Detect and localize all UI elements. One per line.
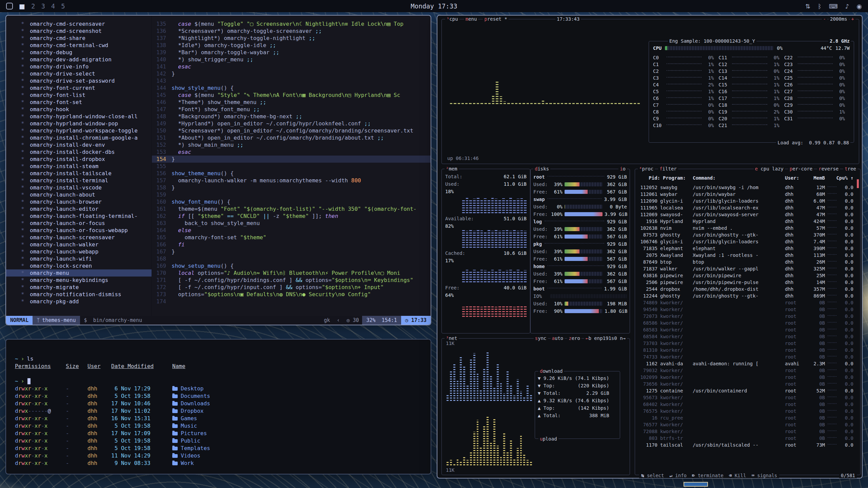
net-tab[interactable]: ³net: [445, 336, 459, 341]
process-row[interactable]: 87573 ghostty /usr/bin/ghostty --gtk- dh…: [638, 231, 853, 238]
proc-action[interactable]: ⌦ terminate: [692, 473, 724, 478]
process-row[interactable]: 2506 pipewire /usr/bin/pipewire-pulse dh…: [638, 279, 853, 286]
code-line[interactable]: 171 [ -f ~/.config/hypr/bindings.conf ] …: [152, 277, 431, 284]
code-line[interactable]: 144 show_style_menu() {: [152, 84, 431, 92]
process-row[interactable]: 112061 waybar /usr/bin/waybar dhh 68M 0.…: [638, 191, 853, 198]
file-item[interactable]: * omarchy-install-terminal: [6, 177, 152, 184]
file-item[interactable]: * omarchy-drive-info: [6, 63, 152, 70]
proc-action[interactable]: ↹ select: [641, 473, 664, 478]
process-row[interactable]: 63816 pipewire /usr/bin/pipewire dhh 25M…: [638, 272, 853, 279]
file-item[interactable]: * omarchy-launch-floating-terminal-: [6, 212, 152, 220]
file-item[interactable]: * omarchy-lock-screen: [6, 262, 152, 269]
code-line[interactable]: 157 omarchy-launch-walker -m menus:omarc…: [152, 177, 431, 184]
process-row[interactable]: 73656 kworker/ root 0B 0.0: [638, 381, 853, 387]
code-line[interactable]: 138 *Idle*) omarchy-toggle-idle ;;: [152, 42, 431, 49]
omarchy-logo-icon[interactable]: [6, 3, 13, 9]
proc-action[interactable]: ↵ info: [669, 473, 687, 478]
workspace-item[interactable]: 4: [51, 2, 55, 10]
file-item[interactable]: * omarchy-cmd-screensaver: [6, 20, 152, 27]
process-row[interactable]: 71837 walker /usr/bin/walker --gappl dhh…: [638, 265, 853, 272]
process-row[interactable]: 1162 avahi-da avahi-daemon: running [ av…: [638, 360, 853, 367]
code-line[interactable]: 146 *Theme*) show_theme_menu ;;: [152, 99, 431, 106]
workspace-item[interactable]: 5: [61, 2, 65, 10]
file-item[interactable]: * omarchy-launch-or-focus: [6, 220, 152, 227]
proc-header[interactable]: Pid: Program: Command: User: MemB Cpu% ↑: [638, 175, 853, 181]
code-line[interactable]: 149 *Hyprland*) open_in_editor ~/.config…: [152, 120, 431, 127]
file-item[interactable]: * omarchy-hyprland-workspace-toggle: [6, 127, 152, 134]
process-row[interactable]: 2544 dropbox /home/dhh/.dropbox-dist dhh…: [638, 286, 853, 292]
process-row[interactable]: 102638 nvim nvim --embed . dhh 57M 0.0: [638, 225, 853, 231]
file-item[interactable]: * omarchy-launch-editor: [6, 205, 152, 212]
process-row[interactable]: 1170 tailscal /usr/sbin/tailscaled -- ro…: [638, 442, 853, 448]
keyboard-icon[interactable]: ⌨: [829, 3, 838, 10]
proc-option-tab[interactable]: reverse: [817, 166, 840, 171]
proc-action[interactable]: ⌨ signals: [751, 473, 777, 478]
cpu-box-tab[interactable]: preset *: [483, 16, 508, 22]
proc-tab[interactable]: ⁴proc: [638, 166, 655, 171]
code-line[interactable]: 140 *) show_trigger_menu ;;: [152, 56, 431, 63]
file-item[interactable]: * omarchy-launch-about: [6, 191, 152, 198]
file-item[interactable]: * omarchy-launch-or-focus-webapp: [6, 227, 152, 234]
process-row[interactable]: 16 rcu_pree root 0B 0.0: [638, 414, 853, 421]
proc-option-tab[interactable]: per-core: [788, 166, 814, 171]
power-menu-icon[interactable]: ◉: [856, 3, 862, 10]
net-option-tab[interactable]: ←b enp191s0 n→: [584, 336, 627, 341]
code-line[interactable]: 159: [152, 191, 431, 198]
code-line[interactable]: 147 *Font*) show_font_menu ;;: [152, 106, 431, 113]
file-item[interactable]: * omarchy-drive-select: [6, 70, 152, 77]
proc-option-tab[interactable]: tree: [843, 166, 857, 171]
process-row[interactable]: 112052 swaybg /usr/bin/swaybg -i /hom dh…: [638, 184, 853, 191]
code-line[interactable]: 136 *Screensaver*) omarchy-toggle-screen…: [152, 27, 431, 35]
code-line[interactable]: 139 *Bar*) omarchy-toggle-waybar ;;: [152, 49, 431, 56]
code-line[interactable]: 150 *Screensaver*) open_in_editor ~/.con…: [152, 127, 431, 134]
file-item[interactable]: * omarchy-notification-dismiss: [6, 291, 152, 298]
file-item[interactable]: * omarchy-install-vscode: [6, 184, 152, 191]
code-line[interactable]: 156 show_theme_menu() {: [152, 170, 431, 177]
process-row[interactable]: 12244 ghostty /usr/bin/ghostty --gtk- dh…: [638, 292, 853, 299]
file-item[interactable]: * omarchy-font-set: [6, 99, 152, 106]
code-line[interactable]: 173 options="$options\n▣ Defaults\n◍ DNS…: [152, 291, 431, 298]
process-row[interactable]: 106746 glycin-i /usr/lib/glycin-loaders …: [638, 238, 853, 245]
net-option-tab[interactable]: zero: [567, 336, 581, 341]
code-line[interactable]: 169 show_setup_menu() {: [152, 262, 431, 269]
file-item[interactable]: * omarchy-cmd-screenshot: [6, 27, 152, 35]
file-item[interactable]: * omarchy-launch-wifi: [6, 255, 152, 262]
code-line[interactable]: 174: [152, 298, 431, 305]
code-line[interactable]: 135 case $(menu "Toggle" "▢ Screensaver\…: [152, 20, 431, 27]
process-row[interactable]: 1916 Hyprland Hyprland dhh 424M 0.0: [638, 218, 853, 225]
code-line[interactable]: 141 esac: [152, 63, 431, 70]
file-item[interactable]: * omarchy-migrate: [6, 284, 152, 291]
process-row[interactable]: 74869 kworker/ root 0B 0.0: [638, 299, 853, 306]
process-row[interactable]: 81310 kworker/ root 0B 0.0: [638, 347, 853, 353]
code-line[interactable]: 137 *Nightlight*) omarchy-toggle-nightli…: [152, 35, 431, 42]
process-row[interactable]: 87649 btop btop dhh 26M 0.0: [638, 259, 853, 265]
code-editor[interactable]: 135 case $(menu "Toggle" "▢ Screensaver\…: [152, 16, 431, 317]
file-item[interactable]: * omarchy-hyprland-window-pop: [6, 120, 152, 127]
proc-action[interactable]: ⌫ Kill: [729, 473, 746, 478]
code-line[interactable]: 148 *Background*) omarchy-theme-bg-next …: [152, 113, 431, 120]
file-item[interactable]: * omarchy-hyprland-window-close-all: [6, 113, 152, 120]
bluetooth-icon[interactable]: ᛒ: [818, 3, 822, 10]
code-line[interactable]: 164 else: [152, 227, 431, 234]
terminal-output[interactable]: ~ › ls Permissions Size User Date Modifi…: [6, 340, 431, 470]
code-line[interactable]: 172 [ -f ~/.config/hypr/input.conf ] && …: [152, 284, 431, 291]
code-line[interactable]: 152 *) show_main_menu ;;: [152, 141, 431, 148]
window-btop[interactable]: ¹cpu menu preset * 17:33:43 - 2000ms + u…: [437, 15, 863, 479]
file-item[interactable]: * omarchy-font-list: [6, 92, 152, 99]
volume-icon[interactable]: ♪: [845, 3, 849, 10]
file-item[interactable]: * omarchy-launch-browser: [6, 198, 152, 205]
code-line[interactable]: 143: [152, 77, 431, 84]
process-row[interactable]: 111965 localsea /usr/lib/localsearch-ex …: [638, 204, 853, 211]
file-item[interactable]: * omarchy-drive-set-password: [6, 77, 152, 84]
vpn-arrows-icon[interactable]: ⇅: [805, 3, 810, 10]
file-item[interactable]: * omarchy-install-dev-env: [6, 141, 152, 148]
process-row[interactable]: 71835 elephant elephant dhh 390M 0.0: [638, 245, 853, 252]
code-line[interactable]: 162 if [[ "$theme" == "CNCLD" || -z "$th…: [152, 212, 431, 220]
code-line[interactable]: 151 *About*) open_in_editor ~/.config/om…: [152, 134, 431, 141]
filter-button[interactable]: filter: [658, 166, 678, 171]
process-row[interactable]: 68583 kworker/ root 0B 0.0: [638, 326, 853, 333]
process-row[interactable]: 68586 kworker/ root 0B 0.0: [638, 320, 853, 326]
net-option-tab[interactable]: auto: [551, 336, 565, 341]
process-row[interactable]: 79032 kworker/ root 0B 0.0: [638, 367, 853, 374]
code-line[interactable]: 161 theme=$(menu "Font" "$(omarchy-font-…: [152, 205, 431, 212]
